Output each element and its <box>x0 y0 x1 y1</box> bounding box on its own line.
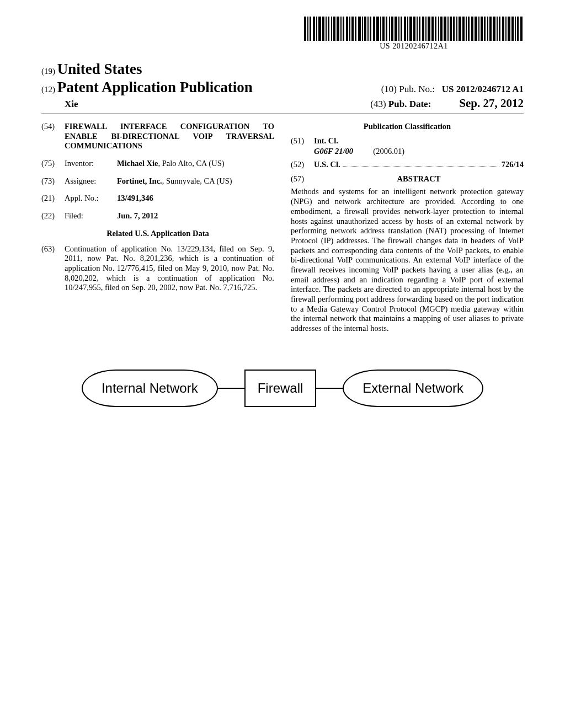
author-name: Xie <box>41 99 78 110</box>
uscl-value: 726/14 <box>502 160 524 170</box>
patent-header: (19) United States (12) Patent Applicati… <box>41 61 524 114</box>
abstract-label: ABSTRACT <box>314 174 524 184</box>
body-columns: (54) FIREWALL INTERFACE CONFIGURATION TO… <box>41 122 524 334</box>
related-code: (63) <box>41 244 65 293</box>
intcl-code: (51) <box>291 136 314 146</box>
header-rule <box>41 114 524 114</box>
related-text: Continuation of application No. 13/229,1… <box>65 244 274 293</box>
related-header: Related U.S. Application Data <box>41 229 274 239</box>
barcode-block: US 20120246712A1 <box>304 17 524 51</box>
inventor-name: Michael Xie <box>117 159 158 168</box>
pubclass-header: Publication Classification <box>291 122 524 132</box>
title-code: (54) <box>41 122 65 151</box>
country-code: (19) <box>41 67 55 76</box>
assignee-code: (73) <box>41 176 65 186</box>
invention-title: FIREWALL INTERFACE CONFIGURATION TO ENAB… <box>65 122 274 151</box>
applno-value: 13/491,346 <box>117 194 274 204</box>
abstract-code: (57) <box>291 174 314 184</box>
pubdate-value: Sep. 27, 2012 <box>459 97 524 110</box>
applno-code: (21) <box>41 194 65 204</box>
inventor-label: Inventor: <box>65 159 117 169</box>
inventor-code: (75) <box>41 159 65 169</box>
abstract-body: Methods and systems for an intelligent n… <box>291 187 524 333</box>
diagram-node-firewall: Firewall <box>244 370 317 407</box>
filed-label: Filed: <box>65 211 117 221</box>
pubdate-label: Pub. Date: <box>388 99 431 109</box>
diagram-edge <box>316 388 343 389</box>
uscl-label: U.S. Cl. <box>314 160 340 170</box>
diagram-edge <box>218 388 244 389</box>
intcl-class: G06F 21/00 <box>314 147 353 156</box>
assignee-location: , Sunnyvale, CA (US) <box>162 176 232 185</box>
left-column: (54) FIREWALL INTERFACE CONFIGURATION TO… <box>41 122 274 334</box>
dotted-leader <box>343 167 499 167</box>
inventor-location: , Palo Alto, CA (US) <box>158 159 225 168</box>
diagram-node-internal: Internal Network <box>82 370 218 407</box>
figure-diagram: Internal Network Firewall External Netwo… <box>0 370 565 407</box>
diagram-node-external: External Network <box>343 370 483 407</box>
pubno-value: US 2012/0246712 A1 <box>442 84 524 94</box>
intcl-year: (2006.01) <box>373 147 404 156</box>
pubno-label: Pub. No.: <box>399 84 435 94</box>
pubno-code: (10) <box>381 84 397 94</box>
barcode-graphic <box>304 17 524 41</box>
filed-value: Jun. 7, 2012 <box>117 211 274 221</box>
applno-label: Appl. No.: <box>65 194 117 204</box>
uscl-code: (52) <box>291 160 314 170</box>
right-column: Publication Classification (51) Int. Cl.… <box>291 122 524 334</box>
filed-code: (22) <box>41 211 65 221</box>
assignee-label: Assignee: <box>65 176 117 186</box>
intcl-label: Int. Cl. <box>314 136 347 146</box>
pubdate-code: (43) <box>370 99 386 109</box>
country-name: United States <box>57 61 142 77</box>
barcode-text: US 20120246712A1 <box>304 42 524 51</box>
assignee-name: Fortinet, Inc. <box>117 176 162 185</box>
pub-type-code: (12) <box>41 85 55 94</box>
pub-type-label: Patent Application Publication <box>57 79 253 95</box>
